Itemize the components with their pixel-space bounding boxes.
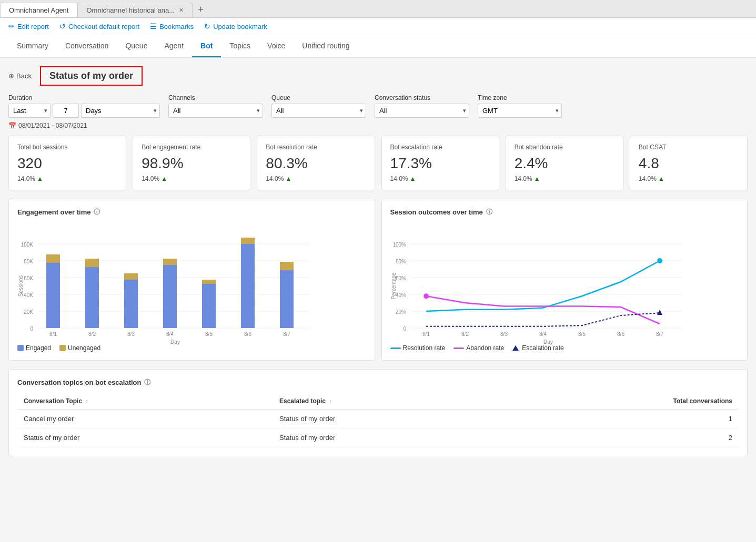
svg-rect-22 <box>163 265 177 328</box>
duration-unit-wrapper: Days <box>81 104 160 118</box>
svg-rect-31 <box>280 270 294 328</box>
arrow-up-icon-2: ▲ <box>285 175 291 182</box>
charts-row: Engagement over time ⓘ 0 20K 40K 60K 80K… <box>8 199 748 361</box>
conversation-topics-table-card: Conversation topics on bot escalation ⓘ … <box>8 369 748 456</box>
close-tab-icon[interactable]: ✕ <box>179 7 184 14</box>
session-outcomes-info-icon[interactable]: ⓘ <box>486 208 492 217</box>
duration-unit-select[interactable]: Days <box>81 104 160 118</box>
kpi-value-0: 320 <box>17 155 117 172</box>
session-outcomes-chart-card: Session outcomes over time ⓘ 0 20% 40% 6… <box>381 199 748 361</box>
col-escalated-topic: Escalated topic ↑ <box>273 393 500 410</box>
engagement-svg: 0 20K 40K 60K 80K 100K Sessions <box>17 223 312 339</box>
back-button[interactable]: ⊕ Back <box>8 72 32 80</box>
svg-rect-29 <box>241 238 255 244</box>
svg-text:8/3: 8/3 <box>127 331 135 337</box>
table-row: Status of my order Status of my order 2 <box>17 428 739 447</box>
duration-label: Duration <box>8 94 160 101</box>
row-0-topic: Cancel my order <box>17 410 273 428</box>
svg-text:8/7: 8/7 <box>283 331 290 337</box>
svg-text:100K: 100K <box>21 242 34 248</box>
svg-text:20K: 20K <box>24 309 33 315</box>
kpi-title-3: Bot escalation rate <box>390 144 490 151</box>
legend-resolution-label: Resolution rate <box>403 344 446 352</box>
engagement-info-icon[interactable]: ⓘ <box>94 208 100 217</box>
duration-value-input[interactable] <box>53 104 79 118</box>
back-label: Back <box>16 72 32 80</box>
svg-point-49 <box>424 293 429 299</box>
svg-rect-25 <box>202 284 216 328</box>
kpi-bot-resolution: Bot resolution rate 80.3% 14.0% ▲ <box>257 136 375 190</box>
svg-point-48 <box>657 258 662 263</box>
refresh-icon: ↺ <box>59 22 66 30</box>
svg-rect-23 <box>163 259 177 265</box>
tab-agent[interactable]: Agent <box>156 35 192 57</box>
arrow-up-icon-1: ▲ <box>161 175 167 182</box>
queue-select[interactable]: All <box>271 104 366 118</box>
kpi-value-1: 98.9% <box>142 155 241 172</box>
conv-status-select[interactable]: All <box>375 104 469 118</box>
svg-text:60%: 60% <box>395 275 406 281</box>
sort-icon-1[interactable]: ↑ <box>329 398 331 404</box>
browser-tab-inactive-label: Omnichannel historical ana... <box>86 6 175 14</box>
legend-engaged-color <box>17 345 24 351</box>
svg-rect-32 <box>280 262 294 270</box>
conversation-topics-table: Conversation Topic ↑ Escalated topic ↑ T… <box>17 393 739 447</box>
tab-conversation[interactable]: Conversation <box>57 35 117 57</box>
new-tab-button[interactable]: + <box>193 2 209 17</box>
engagement-chart-title-text: Engagement over time <box>17 208 90 216</box>
svg-text:0: 0 <box>30 326 33 332</box>
row-1-total: 2 <box>500 428 739 447</box>
svg-text:40%: 40% <box>395 292 406 298</box>
edit-report-button[interactable]: ✏ Edit report <box>8 22 49 30</box>
legend-resolution: Resolution rate <box>390 344 446 352</box>
legend-escalation: Escalation rate <box>512 344 563 352</box>
kpi-value-5: 4.8 <box>639 155 739 172</box>
kpi-change-0: 14.0% ▲ <box>17 175 117 182</box>
channels-wrapper: All <box>168 104 263 118</box>
bookmarks-button[interactable]: ☰ Bookmarks <box>150 22 194 30</box>
browser-tab-active[interactable]: Omnichannel Agent <box>0 3 77 17</box>
svg-text:8/3: 8/3 <box>500 331 508 337</box>
svg-text:8/4: 8/4 <box>539 331 547 337</box>
svg-text:Percentage: Percentage <box>391 272 397 300</box>
timezone-select[interactable]: GMT <box>478 104 562 118</box>
svg-text:8/2: 8/2 <box>461 331 469 337</box>
svg-text:40K: 40K <box>24 292 33 298</box>
table-info-icon[interactable]: ⓘ <box>144 378 150 387</box>
tab-summary[interactable]: Summary <box>8 35 57 57</box>
kpi-value-4: 2.4% <box>515 155 614 172</box>
kpi-row: Total bot sessions 320 14.0% ▲ Bot engag… <box>8 136 748 190</box>
svg-text:8/2: 8/2 <box>88 331 96 337</box>
queue-wrapper: All <box>271 104 366 118</box>
kpi-change-3: 14.0% ▲ <box>390 175 490 182</box>
row-1-topic: Status of my order <box>17 428 273 447</box>
tab-topics[interactable]: Topics <box>221 35 259 57</box>
svg-rect-19 <box>124 280 138 328</box>
tab-voice[interactable]: Voice <box>259 35 294 57</box>
channels-label: Channels <box>168 94 263 101</box>
sort-icon-0[interactable]: ↑ <box>85 398 88 404</box>
table-row: Cancel my order Status of my order 1 <box>17 410 739 428</box>
checkout-default-label: Checkout default report <box>68 23 139 30</box>
browser-tab-inactive[interactable]: Omnichannel historical ana... ✕ <box>77 3 193 17</box>
kpi-value-3: 17.3% <box>390 155 490 172</box>
checkout-default-button[interactable]: ↺ Checkout default report <box>59 22 139 30</box>
circle-back-icon: ⊕ <box>8 72 14 80</box>
channels-select[interactable]: All <box>168 104 263 118</box>
duration-preset-select[interactable]: Last <box>8 104 51 118</box>
kpi-change-2: 14.0% ▲ <box>266 175 366 182</box>
svg-text:8/6: 8/6 <box>244 331 251 337</box>
tab-unified-routing[interactable]: Unified routing <box>294 35 358 57</box>
tab-bot[interactable]: Bot <box>192 35 221 57</box>
update-bookmark-button[interactable]: ↻ Update bookmark <box>204 22 267 30</box>
legend-escalation-label: Escalation rate <box>522 344 563 352</box>
tab-queue[interactable]: Queue <box>117 35 156 57</box>
legend-escalation-triangle <box>512 345 519 351</box>
table-header: Conversation Topic ↑ Escalated topic ↑ T… <box>17 393 739 410</box>
col-conversation-topic-label: Conversation Topic <box>24 397 82 405</box>
kpi-title-1: Bot engagement rate <box>142 144 241 151</box>
kpi-change-text-2: 14.0% <box>266 175 284 182</box>
svg-text:60K: 60K <box>24 275 33 281</box>
kpi-change-text-0: 14.0% <box>17 175 35 182</box>
main-content: ⊕ Back Status of my order Duration Last … <box>0 58 756 537</box>
